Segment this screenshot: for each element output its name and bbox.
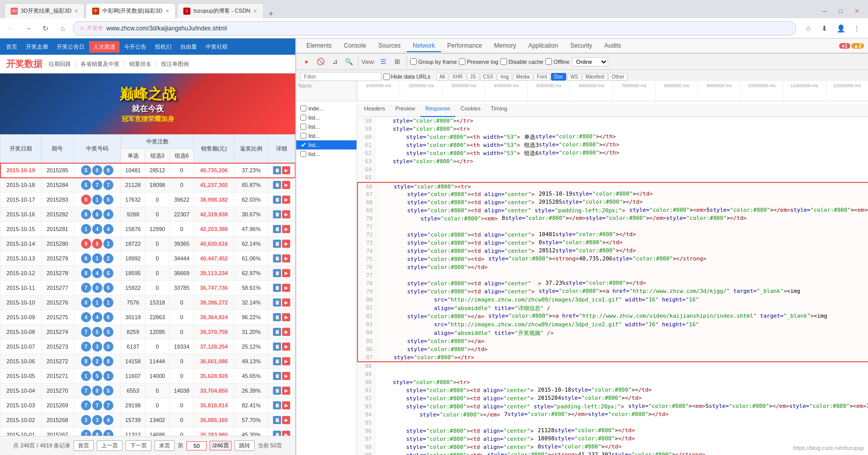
user-icon[interactable]: 👤	[834, 21, 848, 35]
network-item-5[interactable]: list...	[296, 149, 357, 159]
detail-icon[interactable]: 📋	[273, 240, 281, 248]
detail-icon[interactable]: 📋	[273, 313, 281, 321]
next-page-button[interactable]: 下一页	[126, 440, 151, 451]
tab-security[interactable]: Security	[564, 40, 598, 52]
forward-button[interactable]: →	[21, 21, 35, 35]
tab-csdn[interactable]: C tszupup的博客 - CSDN ×	[177, 3, 264, 18]
detail-tab-preview[interactable]: Preview	[390, 104, 420, 117]
video-icon[interactable]: ▶	[282, 357, 290, 365]
filter-media[interactable]: Media	[513, 73, 533, 81]
video-icon[interactable]: ▶	[282, 196, 290, 204]
disable-cache-checkbox[interactable]: Disable cache	[500, 58, 543, 65]
jump-button[interactable]: 跳转	[234, 440, 255, 451]
back-button[interactable]: ←	[4, 21, 18, 35]
offline-checkbox[interactable]: Offline	[545, 58, 570, 65]
detail-icon[interactable]: 📋	[273, 298, 281, 307]
disable-cache-input[interactable]	[500, 58, 507, 65]
tab-sources[interactable]: Sources	[372, 40, 407, 52]
tab-audits[interactable]: Audits	[598, 40, 627, 52]
video-icon[interactable]: ▶	[282, 254, 290, 262]
video-icon[interactable]: ▶	[282, 298, 290, 307]
detail-tab-response[interactable]: Response	[420, 104, 456, 117]
nav-free[interactable]: 自由量	[176, 41, 201, 53]
tab-performance[interactable]: Performance	[441, 40, 488, 52]
network-item-2[interactable]: list...	[296, 122, 357, 131]
filter-icon[interactable]: ⊿	[329, 56, 341, 68]
tab-memory[interactable]: Memory	[488, 40, 522, 52]
tab-network[interactable]: Network	[407, 40, 441, 52]
detail-icon[interactable]: 📋	[273, 387, 281, 395]
detail-icon[interactable]: 📋	[273, 343, 281, 351]
home-button[interactable]: ⌂	[56, 21, 70, 35]
filter-ws[interactable]: WS	[567, 73, 581, 81]
video-icon[interactable]: ▶	[282, 431, 290, 436]
filter-other[interactable]: Other	[609, 73, 627, 81]
video-icon[interactable]: ▶	[282, 210, 290, 218]
detail-tab-headers[interactable]: Headers	[359, 104, 390, 117]
video-icon[interactable]: ▶	[282, 328, 290, 336]
detail-icon[interactable]: 📋	[273, 166, 281, 174]
video-icon[interactable]: ▶	[282, 372, 290, 380]
network-item-3[interactable]: list...	[296, 131, 357, 140]
nav-today[interactable]: 今开公告	[120, 41, 150, 53]
view-list-button[interactable]: ☰	[377, 56, 389, 68]
network-item-1[interactable]: list...	[296, 113, 357, 122]
filter-input[interactable]	[300, 72, 381, 81]
hide-data-urls-checkbox[interactable]: Hide data URLs	[383, 73, 430, 80]
detail-icon[interactable]: 📋	[273, 254, 281, 262]
preserve-log-input[interactable]	[459, 58, 465, 65]
detail-icon[interactable]: 📋	[273, 196, 281, 204]
video-icon[interactable]: ▶	[282, 181, 290, 189]
prev-page-button[interactable]: 上一页	[97, 440, 123, 451]
detail-icon[interactable]: 📋	[273, 401, 281, 409]
nav-announce[interactable]: 开奖公告日	[53, 41, 89, 53]
filter-js[interactable]: JS	[467, 73, 479, 81]
tab-close-3d[interactable]: ×	[74, 8, 78, 15]
detail-icon[interactable]: 📋	[273, 416, 281, 424]
tab-3d[interactable]: 3D 3D开奖结果_福彩3D ×	[4, 3, 85, 18]
detail-icon[interactable]: 📋	[273, 210, 281, 218]
network-item-0[interactable]: inde...	[296, 104, 357, 113]
group-by-frame-input[interactable]	[410, 58, 417, 65]
detail-icon[interactable]: 📋	[273, 269, 281, 277]
nav-home[interactable]: 首页	[2, 41, 21, 53]
video-icon[interactable]: ▶	[282, 401, 290, 409]
preserve-log-checkbox[interactable]: Preserve log	[459, 58, 498, 65]
tab-close-zhcw[interactable]: ×	[166, 8, 169, 15]
minimize-button[interactable]: ─	[817, 4, 832, 18]
tab-console[interactable]: Console	[338, 40, 372, 52]
network-item-cb-5[interactable]	[300, 151, 306, 157]
detail-tab-cookies[interactable]: Cookies	[455, 104, 486, 117]
filter-manifest[interactable]: Manifest	[582, 73, 608, 81]
first-page-button[interactable]: 首页	[73, 440, 94, 451]
detail-icon[interactable]: 📋	[273, 372, 281, 380]
detail-icon[interactable]: 📋	[273, 328, 281, 336]
video-icon[interactable]: ▶	[282, 269, 290, 277]
detail-icon[interactable]: 📋	[273, 357, 281, 365]
tab-zhcw[interactable]: 中 中彩网|开奖数据|福彩3D ×	[86, 3, 176, 18]
filter-img[interactable]: Img	[497, 73, 512, 81]
detail-icon[interactable]: 📋	[273, 284, 281, 292]
network-item-cb-3[interactable]	[300, 133, 306, 139]
new-tab-button[interactable]: +	[265, 9, 278, 18]
maximize-button[interactable]: □	[834, 4, 848, 18]
refresh-button[interactable]: ↻	[38, 21, 53, 35]
view-grid-button[interactable]: ⊞	[391, 56, 404, 68]
filter-all[interactable]: All	[437, 73, 448, 81]
menu-button[interactable]: ⋮	[850, 21, 864, 35]
address-input[interactable]: ⚠ 不安全 www.zhcw.com/3d/kaijiangshuJu/inde…	[73, 21, 796, 35]
sub-nav-province[interactable]: 各省销量及中奖	[81, 60, 120, 68]
video-icon[interactable]: ▶	[282, 387, 290, 395]
nav-active[interactable]: 人次跑道	[89, 41, 120, 53]
tab-close-csdn[interactable]: ×	[254, 8, 257, 15]
filter-font[interactable]: Font	[534, 73, 550, 81]
last-page-button[interactable]: 末页	[154, 440, 175, 451]
network-item-cb-0[interactable]	[300, 105, 306, 111]
video-icon[interactable]: ▶	[282, 284, 290, 292]
tab-application[interactable]: Application	[522, 40, 564, 52]
video-icon[interactable]: ▶	[282, 240, 290, 248]
hide-data-urls-input[interactable]	[383, 73, 390, 80]
nav-speculation[interactable]: 投机们	[151, 41, 176, 53]
video-icon[interactable]: ▶	[282, 416, 290, 424]
bookmark-button[interactable]: ☆	[801, 21, 815, 35]
